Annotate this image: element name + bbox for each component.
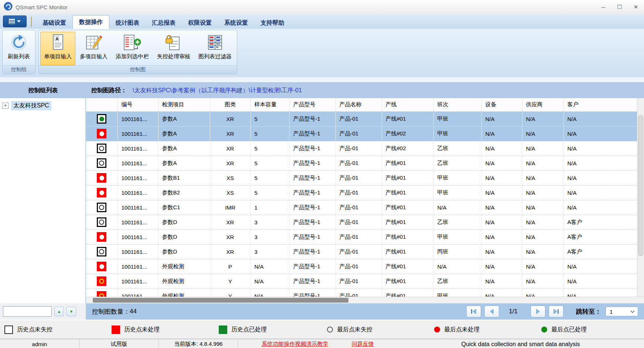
- cell-status: [86, 111, 117, 126]
- horizontal-scrollbar-thumb[interactable]: [93, 298, 348, 303]
- column-header-supplier[interactable]: 供应商: [522, 98, 563, 111]
- menu-tab[interactable]: 汇总报表: [146, 17, 182, 29]
- column-header-chart-type[interactable]: 图类: [210, 98, 251, 111]
- group-filter-input[interactable]: [3, 306, 52, 317]
- column-header-customer[interactable]: 客户: [563, 98, 637, 111]
- table-row[interactable]: 1001161...外观检测PN/A产品型号-1产品-01产线#01N/AN/A…: [86, 259, 637, 274]
- table-row[interactable]: 1001161...参数AXR5产品型号-1产品-01产线#01乙班N/AN/A…: [86, 156, 637, 170]
- cell-sample-size: N/A: [251, 259, 289, 274]
- menu-tab[interactable]: 系统设置: [218, 17, 254, 29]
- table-row[interactable]: 1001161...参数AXR5产品型号-1产品-01产线#01甲班N/AN/A…: [86, 111, 637, 126]
- cell-chart-type: XR: [210, 126, 251, 141]
- tree-node-label[interactable]: 太友科技SPC: [11, 101, 51, 110]
- cell-shift: 丙班: [433, 244, 481, 259]
- vertical-scrollbar-thumb[interactable]: [638, 115, 643, 256]
- prev-page-icon: [488, 309, 495, 314]
- cell-product-model: 产品型号-1: [289, 274, 335, 289]
- cell-customer: N/A: [563, 185, 637, 200]
- cell-item: 参数B1: [158, 170, 210, 185]
- next-page-button[interactable]: [531, 306, 545, 317]
- multi-item-entry-button[interactable]: 多项目输入: [76, 32, 111, 65]
- chart-list-filter-button[interactable]: 图列表过滤器: [195, 32, 235, 65]
- cell-id: 1001161...: [117, 170, 158, 185]
- column-header-product-model[interactable]: 产品型号: [289, 98, 335, 111]
- table-row[interactable]: 1001161...外观检测YN/A产品型号-1产品-01产线#01乙班N/AN…: [86, 274, 637, 289]
- prev-page-button[interactable]: [484, 306, 499, 317]
- feedback-link[interactable]: 问题反馈: [352, 341, 374, 348]
- first-page-button[interactable]: [466, 306, 481, 317]
- status-red-square-white-circle-icon: [97, 188, 106, 197]
- group-search-area: ▲ ▼: [0, 303, 86, 320]
- menu-tab[interactable]: 权限设置: [182, 17, 218, 29]
- cell-chart-type: XR: [210, 244, 251, 259]
- first-page-icon: [470, 309, 477, 314]
- jump-page-select[interactable]: 1: [606, 307, 638, 316]
- menu-tab[interactable]: 基础设置: [36, 17, 72, 29]
- ribbon-gap: [0, 77, 644, 82]
- tree-node-root[interactable]: + 太友科技SPC: [0, 101, 85, 110]
- close-button[interactable]: ✕: [628, 0, 644, 14]
- column-header-sample-size[interactable]: 样本容量: [251, 98, 289, 111]
- table-row[interactable]: 1001161...参数DXR3产品型号-1产品-01产线#01甲班N/AN/A…: [86, 230, 637, 244]
- ooc-audit-button[interactable]: 失控处理审核: [153, 32, 194, 65]
- status-white-square-hollow-circle-icon: [97, 217, 106, 227]
- column-header-id[interactable]: 编号: [117, 98, 158, 111]
- legend-hollow-circle-icon: [327, 327, 333, 333]
- menu-tab[interactable]: 支持帮助: [254, 17, 290, 29]
- menu-tab[interactable]: 数据操作: [72, 15, 109, 29]
- legend-label: 历史点未处理: [124, 326, 160, 334]
- cell-line: 产线#02: [382, 141, 433, 156]
- column-header-status[interactable]: [86, 98, 117, 111]
- window-controls: ─ ☐ ✕: [595, 0, 644, 14]
- toolbutton-label: 失控处理审核: [157, 53, 190, 60]
- table-row[interactable]: 1001161...参数AXR5产品型号-1产品-01产线#02甲班N/AN/A…: [86, 126, 637, 141]
- cell-id: 1001161...: [117, 185, 158, 200]
- single-item-entry-button[interactable]: A单项目输入: [40, 32, 75, 65]
- table-row[interactable]: 1001161...参数DXR3产品型号-1产品-01产线#01乙班N/AN/A…: [86, 215, 637, 230]
- cell-product-name: 产品-01: [335, 170, 382, 185]
- cell-supplier: N/A: [522, 185, 563, 200]
- add-to-selected-button[interactable]: 添加到选中栏: [112, 32, 153, 65]
- single-entry-icon: A: [51, 34, 65, 51]
- tab-separator: [31, 17, 32, 27]
- cell-product-model: 产品型号-1: [289, 215, 335, 230]
- cell-status: [86, 185, 117, 200]
- column-header-product-name[interactable]: 产品名称: [335, 98, 382, 111]
- vertical-scrollbar[interactable]: [637, 98, 644, 297]
- cell-status: [86, 215, 117, 230]
- cell-customer: N/A: [563, 274, 637, 289]
- app-window: QSmart SPC Monitor ─ ☐ ✕ 基础设置数据操作统计图表汇总报…: [0, 0, 644, 348]
- cell-shift: 甲班: [433, 126, 481, 141]
- menu-tab[interactable]: 统计图表: [109, 17, 146, 29]
- table-row[interactable]: 1001161...参数B2XS5产品型号-1产品-01产线#01甲班N/AN/…: [86, 185, 637, 200]
- table-row[interactable]: 1001161...参数DXR3产品型号-1产品-01产线#01丙班N/AN/A…: [86, 244, 637, 259]
- last-page-button[interactable]: [549, 306, 563, 317]
- cell-product-name: 产品-01: [335, 259, 382, 274]
- status-slogan: Quick data collection and smart data ana…: [397, 341, 644, 348]
- search-prev-button[interactable]: ▲: [54, 307, 64, 316]
- cell-id: 1001161...: [117, 200, 158, 215]
- cell-customer: N/A: [563, 170, 637, 185]
- app-menu-button[interactable]: [3, 15, 27, 27]
- cell-chart-type: XR: [210, 111, 251, 126]
- column-header-device[interactable]: 设备: [481, 98, 522, 111]
- table-row[interactable]: 1001161...参数C1IMR1产品型号-1产品-01产线#01N/AN/A…: [86, 200, 637, 215]
- cell-supplier: N/A: [522, 200, 563, 215]
- tree-expander-icon[interactable]: +: [2, 103, 8, 109]
- table-row[interactable]: 1001161...参数AXR5产品型号-1产品-01产线#02乙班N/AN/A…: [86, 141, 637, 156]
- maximize-button[interactable]: ☐: [611, 0, 628, 14]
- cell-id: 1001161...: [117, 126, 158, 141]
- cell-product-name: 产品-01: [335, 215, 382, 230]
- legend-item: 最后点已处理: [536, 326, 643, 334]
- status-red-square-yellow-circle-icon: [97, 276, 106, 286]
- refresh-list-button[interactable]: 刷新列表: [4, 32, 34, 65]
- minimize-button[interactable]: ─: [595, 0, 611, 14]
- column-header-shift[interactable]: 班次: [433, 98, 481, 111]
- table-row[interactable]: 1001161...参数B1XS5产品型号-1产品-01产线#01甲班N/AN/…: [86, 170, 637, 185]
- column-header-line[interactable]: 产线: [382, 98, 433, 111]
- column-header-item[interactable]: 检测项目: [158, 98, 210, 111]
- search-next-button[interactable]: ▼: [67, 307, 76, 316]
- video-tutorial-link[interactable]: 系统功能操作视频演示教学: [262, 341, 328, 348]
- horizontal-scrollbar[interactable]: [86, 297, 644, 303]
- cell-shift: N/A: [433, 200, 481, 215]
